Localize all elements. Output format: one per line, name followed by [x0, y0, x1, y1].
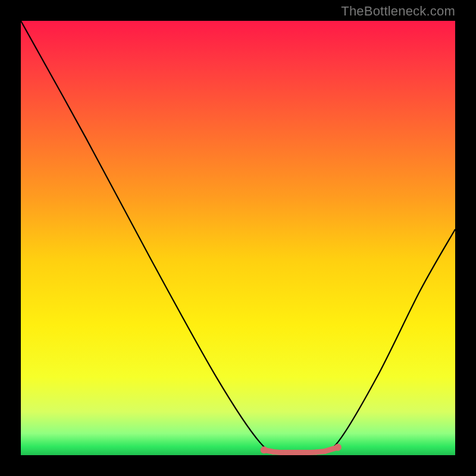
svg-point-2	[270, 449, 275, 455]
svg-point-3	[279, 450, 284, 455]
chart-frame: TheBottleneck.com	[0, 0, 476, 476]
svg-point-7	[314, 449, 319, 455]
svg-point-4	[287, 450, 293, 455]
svg-point-9	[334, 444, 342, 451]
watermark-text: TheBottleneck.com	[341, 4, 455, 19]
svg-point-5	[296, 450, 302, 455]
bottleneck-curve	[21, 21, 455, 455]
svg-point-1	[261, 446, 268, 453]
svg-point-6	[305, 450, 310, 455]
plot-area	[21, 21, 455, 455]
svg-point-8	[322, 449, 328, 454]
